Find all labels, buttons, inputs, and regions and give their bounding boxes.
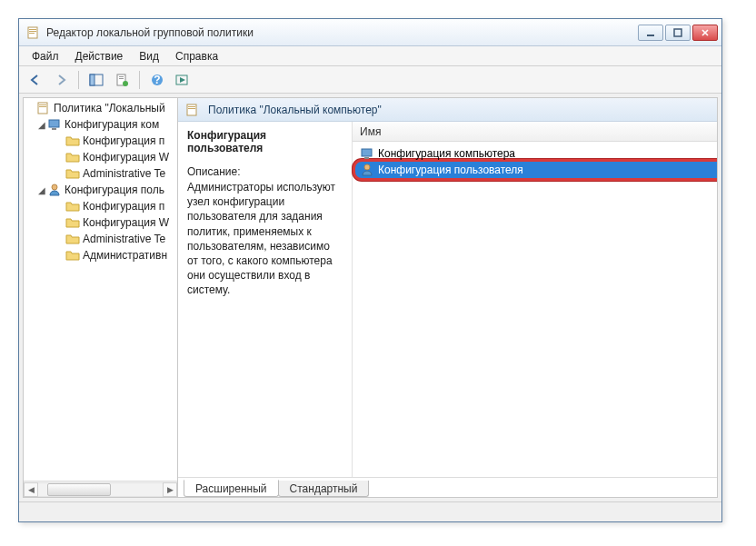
- tree-label: Конфигурация п: [83, 200, 164, 213]
- svg-rect-5: [674, 29, 681, 36]
- help-button[interactable]: ?: [146, 69, 168, 91]
- window-title: Редактор локальной групповой политики: [46, 26, 638, 39]
- tree-item[interactable]: Administrative Te: [24, 165, 177, 182]
- view-tabs: Расширенный Стандартный: [178, 477, 717, 497]
- svg-point-23: [52, 184, 57, 190]
- app-icon: [26, 25, 41, 40]
- forward-button[interactable]: [50, 69, 72, 91]
- svg-rect-9: [90, 74, 94, 85]
- folder-icon: [65, 215, 80, 230]
- properties-button[interactable]: [111, 69, 133, 91]
- tree-label: Administrative Te: [83, 233, 165, 245]
- svg-rect-3: [29, 33, 35, 34]
- column-header-name[interactable]: Имя: [353, 122, 717, 142]
- tree-user-config[interactable]: ◢ Конфигурация поль: [24, 182, 177, 198]
- tab-extended[interactable]: Расширенный: [184, 480, 279, 497]
- description-column: Конфигурация пользователя Описание: Адми…: [178, 122, 353, 477]
- description-text: Администраторы используют узел конфигура…: [187, 180, 343, 298]
- svg-marker-17: [180, 77, 185, 83]
- app-window: Редактор локальной групповой политики Фа…: [18, 18, 722, 522]
- menu-help[interactable]: Справка: [168, 48, 225, 65]
- policy-tree[interactable]: Политика "Локальный ◢ Конфигурация ком К…: [24, 98, 177, 481]
- svg-rect-2: [29, 31, 36, 32]
- tree-label: Административн: [83, 249, 167, 262]
- menubar: Файл Действие Вид Справка: [19, 46, 721, 66]
- maximize-button[interactable]: [665, 25, 691, 41]
- svg-rect-19: [39, 104, 46, 105]
- policy-icon: [185, 103, 200, 117]
- svg-rect-26: [188, 108, 195, 109]
- policy-icon: [36, 101, 51, 115]
- tree-item[interactable]: Конфигурация п: [24, 198, 177, 214]
- tree-item[interactable]: Конфигурация п: [24, 133, 177, 149]
- svg-rect-25: [188, 106, 195, 107]
- svg-rect-1: [29, 29, 36, 30]
- list-body[interactable]: Конфигурация компьютера Конфигурация пол…: [353, 142, 717, 477]
- svg-rect-4: [647, 35, 654, 36]
- tree-label: Политика "Локальный: [54, 102, 165, 114]
- user-icon: [47, 183, 62, 197]
- folder-icon: [65, 199, 80, 213]
- pane-header: Политика "Локальный компьютер": [178, 98, 717, 122]
- svg-rect-11: [119, 76, 124, 77]
- list-item-user-config[interactable]: Конфигурация пользователя: [358, 162, 711, 178]
- folder-icon: [65, 248, 80, 263]
- action-run-button[interactable]: [172, 69, 194, 91]
- svg-rect-27: [362, 149, 372, 156]
- tree-item[interactable]: Конфигурация W: [24, 214, 177, 231]
- computer-icon: [360, 146, 374, 161]
- computer-icon: [47, 117, 62, 132]
- description-label: Описание:: [187, 165, 343, 178]
- tree-root[interactable]: Политика "Локальный: [24, 100, 177, 116]
- titlebar[interactable]: Редактор локальной групповой политики: [19, 19, 721, 46]
- tab-standard[interactable]: Стандартный: [278, 481, 370, 497]
- selected-item-title: Конфигурация пользователя: [187, 129, 343, 154]
- tree-item[interactable]: Административн: [24, 247, 177, 263]
- scroll-right-button[interactable]: ▶: [163, 482, 177, 497]
- scroll-thumb[interactable]: [47, 483, 111, 496]
- collapse-icon[interactable]: ◢: [36, 185, 47, 195]
- tree-computer-config[interactable]: ◢ Конфигурация ком: [24, 116, 177, 133]
- svg-text:?: ?: [154, 74, 160, 86]
- close-button[interactable]: [692, 25, 718, 41]
- tree-label: Конфигурация п: [83, 134, 164, 147]
- menu-file[interactable]: Файл: [25, 48, 66, 65]
- menu-view[interactable]: Вид: [132, 48, 166, 65]
- show-hide-tree-button[interactable]: [85, 69, 107, 91]
- details-pane: Политика "Локальный компьютер" Конфигура…: [178, 98, 717, 497]
- tree-pane: Политика "Локальный ◢ Конфигурация ком К…: [24, 98, 178, 497]
- folder-icon: [65, 232, 80, 246]
- tree-label: Конфигурация W: [83, 216, 169, 229]
- tree-item[interactable]: Administrative Te: [24, 231, 177, 247]
- folder-icon: [65, 134, 80, 148]
- user-icon: [360, 163, 374, 177]
- statusbar: [19, 501, 721, 521]
- folder-icon: [65, 166, 80, 181]
- toolbar: ?: [19, 66, 721, 94]
- folder-icon: [65, 150, 80, 164]
- tree-item[interactable]: Конфигурация W: [24, 149, 177, 165]
- tree-label: Конфигурация ком: [65, 118, 159, 131]
- svg-rect-28: [364, 157, 369, 159]
- collapse-icon[interactable]: ◢: [36, 120, 47, 130]
- back-button[interactable]: [25, 69, 46, 91]
- svg-rect-22: [52, 128, 56, 130]
- tree-hscrollbar[interactable]: ◀ ▶: [24, 481, 177, 497]
- svg-rect-24: [187, 104, 196, 115]
- toolbar-separator: [78, 71, 79, 89]
- list-item-label: Конфигурация пользователя: [378, 164, 523, 176]
- pane-title: Политика "Локальный компьютер": [208, 104, 382, 116]
- list-item-label: Конфигурация компьютера: [378, 147, 515, 160]
- toolbar-separator: [139, 71, 140, 89]
- tree-label: Конфигурация поль: [65, 184, 164, 196]
- menu-action[interactable]: Действие: [68, 48, 131, 65]
- content-area: Политика "Локальный ◢ Конфигурация ком К…: [23, 97, 718, 498]
- svg-rect-18: [38, 103, 47, 114]
- minimize-button[interactable]: [638, 25, 663, 41]
- svg-point-13: [123, 81, 128, 86]
- svg-point-29: [364, 164, 370, 170]
- list-column: Имя Конфигурация компьютера Конфигурация…: [353, 122, 717, 477]
- svg-rect-12: [119, 78, 124, 79]
- scroll-track[interactable]: [38, 482, 163, 497]
- scroll-left-button[interactable]: ◀: [24, 482, 38, 497]
